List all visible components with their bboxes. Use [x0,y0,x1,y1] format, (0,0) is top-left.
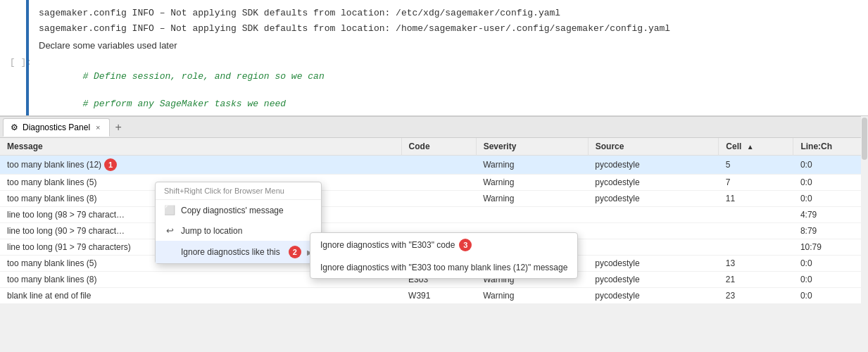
cell-source: pycodestyle [588,272,719,288]
code-area: sagemaker.config INFO – Not applying SDK… [0,0,868,116]
cell-linech: 0:0 [793,256,868,272]
scrollbar-thumb[interactable] [862,118,867,160]
cell-linech: 0:0 [793,272,868,288]
blue-indicator [26,0,29,116]
cell-severity [476,207,588,223]
cell-linech: 0:0 [793,191,868,207]
diagnostics-tab-label: Diagnostics Panel [23,122,90,132]
cell-linech: 10:79 [793,239,868,256]
table-row[interactable]: too many blank lines (5)Warningpycodesty… [0,175,868,191]
cell-message: blank line at end of file [0,288,401,304]
col-header-cell[interactable]: Cell ▲ [719,138,793,156]
submenu-item-message-label: Ignore diagnostics with "E303 too many b… [320,263,567,272]
cell-code [401,191,476,207]
jump-icon: ↩ [164,225,175,236]
submenu-badge: 3 [459,239,472,251]
table-row[interactable]: blank line at end of fileW391Warningpyco… [0,288,868,304]
cell-severity: Warning [476,156,588,175]
submenu-item-code-label: Ignore diagnostics with "E303" code [320,240,455,250]
cell-linech: 0:0 [793,288,868,304]
cell-source [588,223,719,239]
ignore-diagnostics-label: Ignore diagnostics like this [181,247,280,257]
col-header-linech[interactable]: Line:Ch [793,138,868,156]
cell-source [588,207,719,223]
cell-cell: 21 [719,272,793,288]
cell-cell [719,207,793,223]
cell-linech: 8:79 [793,223,868,239]
submenu-item-code[interactable]: Ignore diagnostics with "E303" code 3 [310,233,577,257]
context-menu: Shift+Right Click for Browser Menu ⬜ Cop… [155,182,322,264]
cell-source: pycodestyle [588,175,719,191]
panel-tab-bar: ⚙ Diagnostics Panel × + [0,117,868,138]
cell-code [401,175,476,191]
col-header-message[interactable]: Message [0,138,401,156]
cell-code [401,207,476,223]
cell-cell [719,223,793,239]
cell-source: pycodestyle [588,288,719,304]
col-header-source[interactable]: Source [588,138,719,156]
cell-cell: 7 [719,175,793,191]
diagnostics-table: Message Code Severity Source Cell ▲ [0,138,868,304]
submenu: Ignore diagnostics with "E303" code 3 Ig… [310,232,578,279]
cell-cell: 5 [719,156,793,175]
cell-cell: 13 [719,256,793,272]
cell-severity: Warning [476,175,588,191]
sort-arrow-cell: ▲ [747,143,754,151]
table-row[interactable]: too many blank lines (12)1Warningpycodes… [0,156,868,175]
jump-to-location-label: Jump to location [181,226,313,236]
cell-linech: 0:0 [793,175,868,191]
table-header-row: Message Code Severity Source Cell ▲ [0,138,868,156]
code-comment-1: # Define session, role, and region so we… [82,71,324,82]
code-cell: [ ]: # Define session, role, and region … [0,55,868,116]
tab-close-button[interactable]: × [94,123,101,132]
code-comment-2: # perform any SageMaker tasks we need [82,99,286,109]
table-row[interactable]: line too long (98 > 79 charact…4:79 [0,207,868,223]
cell-source [588,239,719,256]
context-menu-header: Shift+Right Click for Browser Menu [156,182,321,200]
jump-to-location-item[interactable]: ↩ Jump to location [156,220,321,241]
col-header-severity[interactable]: Severity [476,138,588,156]
main-container: sagemaker.config INFO – Not applying SDK… [0,0,868,352]
copy-diagnostics-item[interactable]: ⬜ Copy diagnostics' message [156,200,321,220]
diagnostics-tab[interactable]: ⚙ Diagnostics Panel × [3,118,110,137]
scrollbar[interactable] [861,116,868,352]
cell-linech: 4:79 [793,207,868,223]
cell-cell: 11 [719,191,793,207]
cell-severity: Warning [476,288,588,304]
cell-source: pycodestyle [588,191,719,207]
cell-severity: Warning [476,191,588,207]
cell-code [401,156,476,175]
submenu-item-message[interactable]: Ignore diagnostics with "E303 too many b… [310,257,577,278]
cell-code: W391 [401,288,476,304]
copy-icon: ⬜ [164,205,175,215]
cell-message: too many blank lines (12)1 [0,156,401,175]
cell-linech: 0:0 [793,156,868,175]
declare-text: Declare some variables used later [0,36,868,55]
copy-diagnostics-label: Copy diagnostics' message [181,206,313,215]
cell-source: pycodestyle [588,256,719,272]
ignore-diagnostics-item[interactable]: Ignore diagnostics like this 2 ▶ [156,241,321,263]
info-line-2: sagemaker.config INFO – Not applying SDK… [0,21,868,37]
info-line-1: sagemaker.config INFO – Not applying SDK… [0,6,868,21]
table-row[interactable]: too many blank lines (8)Warningpycodesty… [0,191,868,207]
row-badge: 1 [104,158,117,171]
add-tab-button[interactable]: + [111,121,126,134]
cell-cell [719,239,793,256]
ignore-badge: 2 [289,246,301,258]
diagnostics-tab-icon: ⚙ [11,122,18,132]
cell-source: pycodestyle [588,156,719,175]
cell-cell: 23 [719,288,793,304]
col-header-code[interactable]: Code [401,138,476,156]
